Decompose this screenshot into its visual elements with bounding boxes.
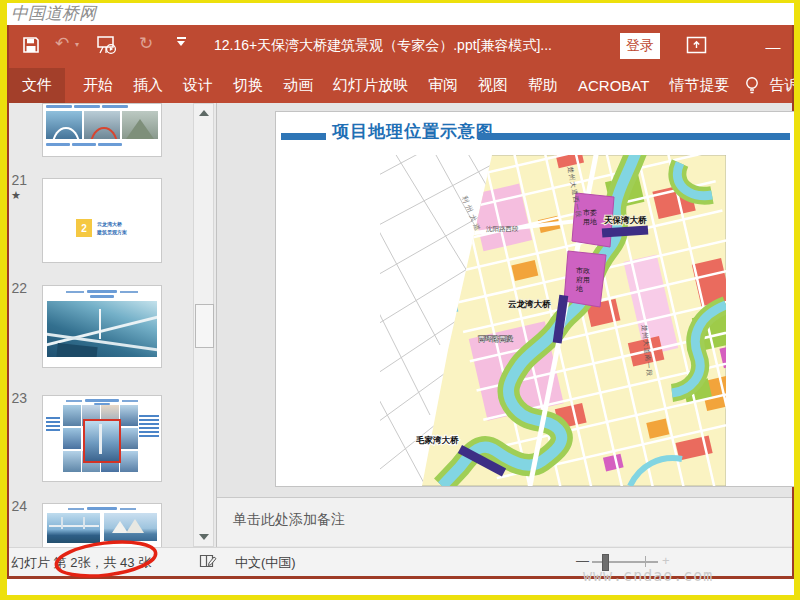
highlighted-photo [83,419,121,463]
notes-placeholder: 单击此处添加备注 [233,511,345,527]
thumbnail-slide-20[interactable] [42,103,162,157]
slide-number-21: 21 [3,172,27,188]
zoom-slider-tick [645,556,646,567]
save-icon[interactable] [22,36,40,58]
main-column: 项目地理位置示意图 [217,103,792,547]
scroll-down-button[interactable] [194,528,213,546]
bridge-label: 毛家湾大桥 [415,435,459,445]
location-map-image[interactable]: 市委 用地 市政 府用 地 利州大道 楚州大道西一段 沈阳路西段 西环路西段 楚… [380,155,726,486]
language-indicator[interactable]: 中文(中国) [235,554,296,572]
bridge-label: 云龙湾大桥 [508,299,551,309]
tab-acrobat[interactable]: ACROBAT [568,68,659,103]
scrollbar-thumb[interactable] [195,304,214,348]
ribbon-tab-bar: 文件 开始 插入 设计 切换 动画 幻灯片放映 审阅 视图 帮助 ACROBAT… [9,68,792,103]
workspace: 21 ★ 2 云龙湾大桥 建筑景观方案 22 [9,103,792,547]
tab-slideshow[interactable]: 幻灯片放映 [323,68,418,103]
thumbnail-slide-21[interactable]: 2 云龙湾大桥 建筑景观方案 [42,178,162,263]
scroll-up-button[interactable] [194,104,213,122]
login-button[interactable]: 登录 [620,33,660,59]
bridge-label: 天保湾大桥 [603,215,647,225]
tab-home[interactable]: 开始 [73,68,123,103]
minimize-button[interactable]: — [760,33,786,59]
customize-qat-icon[interactable] [177,37,186,46]
zoom-in-button[interactable]: + [662,553,670,568]
undo-icon[interactable]: ↶ [55,34,69,54]
bridge-photo [46,111,82,139]
thumbnail-slide-24[interactable] [42,503,162,547]
slide-title: 项目地理位置示意图 [332,120,494,143]
suspension-bridge-photo [47,513,100,543]
tell-me-bulb-icon[interactable] [739,76,765,95]
section-number-badge: 2 [76,219,92,237]
repeat-icon[interactable]: ↻ [139,34,153,54]
start-slideshow-icon[interactable] [97,36,117,59]
notes-pane[interactable]: 单击此处添加备注 [217,497,792,546]
area-label: 市委 [583,208,597,217]
tab-design[interactable]: 设计 [173,68,223,103]
thumbnail-slide-22[interactable] [42,285,162,368]
tab-animations[interactable]: 动画 [273,68,323,103]
title-decoration-left [281,133,326,140]
tab-tell-me[interactable]: 告诉我 [765,68,800,103]
road-label: 西环路西段 [478,335,513,343]
slide-thumbnail-panel: 21 ★ 2 云龙湾大桥 建筑景观方案 22 [9,103,217,547]
current-slide-canvas[interactable]: 项目地理位置示意图 [275,111,795,487]
section-title-text: 云龙湾大桥 建筑景观方案 [97,220,127,236]
tab-transitions[interactable]: 切换 [223,68,273,103]
bridge-photo [84,111,120,139]
bridge-collage [43,405,161,475]
slide-counter: 幻灯片 第 2张，共 43 张 [11,554,151,572]
slide-number-23: 23 [3,390,27,406]
ribbon-display-options-icon[interactable] [686,36,707,59]
road-label: 沈阳路西段 [486,225,519,233]
slide-editing-pane: 项目地理位置示意图 [217,103,792,497]
tab-help[interactable]: 帮助 [518,68,568,103]
area-label: 地 [575,285,583,292]
area-label: 市政 [576,266,590,274]
watermark-bottom: www.cndao.com [583,567,713,585]
area-label: 府用 [576,276,590,284]
notes-toggle-icon[interactable] [199,553,218,573]
bridge-photo [122,111,158,139]
animation-star-icon: ★ [11,189,21,202]
tab-storyboarding[interactable]: 情节提要 [659,68,739,103]
undo-dropdown-icon[interactable]: ▾ [75,40,79,49]
tab-review[interactable]: 审阅 [418,68,468,103]
bridge-aerial-photo [47,301,157,357]
opera-house-photo [104,513,157,541]
thumbnail-slide-23[interactable] [42,395,162,482]
area-label: 用地 [583,218,597,226]
tab-file[interactable]: 文件 [9,68,65,103]
zoom-out-button[interactable]: — [576,553,589,568]
window-title: 12.16+天保湾大桥建筑景观（专家会）.ppt[兼容模式]... [214,37,552,55]
slide-number-22: 22 [3,280,27,296]
title-decoration-right [478,133,790,140]
thumbnail-scrollbar[interactable] [193,103,214,547]
powerpoint-window: ↶ ▾ ↻ 12.16+天保湾大桥建筑景观（专家会）.ppt[兼容模式]... … [7,25,794,579]
title-bar: ↶ ▾ ↻ 12.16+天保湾大桥建筑景观（专家会）.ppt[兼容模式]... … [9,25,792,68]
slide-number-24: 24 [3,498,27,514]
watermark-top: 中国道桥网 [11,2,96,25]
tab-view[interactable]: 视图 [468,68,518,103]
screenshot-frame: 中国道桥网 ↶ ▾ ↻ 12.16+天保湾大桥建筑景观（专家会）.ppt[兼容模… [0,0,800,600]
tab-insert[interactable]: 插入 [123,68,173,103]
